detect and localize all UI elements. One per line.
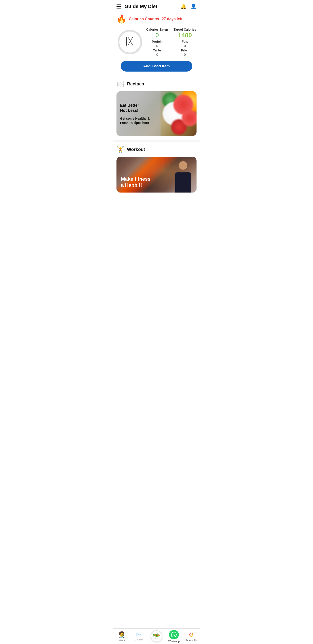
target-calories-label: Target Calories xyxy=(173,28,196,31)
cross-fork-icon xyxy=(125,36,135,48)
target-calories-stat: Target Calories 1400 xyxy=(173,28,196,39)
protein-stat: Protein 0 xyxy=(146,40,169,48)
hamburger-menu[interactable] xyxy=(116,4,122,8)
app-title: Guide My Diet xyxy=(124,4,158,10)
recipe-text-area: Eat Better Not Less! Get some Healthy & … xyxy=(116,91,160,136)
calories-eaten-value: 0 xyxy=(146,32,169,39)
google-icon: G xyxy=(189,631,194,638)
workout-card[interactable]: Make fitness a Habbit! xyxy=(116,157,196,192)
workout-text-line2: a Habbit! xyxy=(121,182,150,188)
carbs-label: Carbs xyxy=(146,48,169,52)
workout-title: Workout xyxy=(127,147,145,152)
add-food-button[interactable]: Add Food Item xyxy=(121,61,192,72)
bottom-nav: 🧑‍⚕️ About ✉️ Contact 🥗 WhatsApp G Revie… xyxy=(113,628,200,644)
nav-whatsapp[interactable]: WhatsApp xyxy=(165,628,183,644)
recipes-title: Recipes xyxy=(127,82,144,86)
recipes-header: 🍽️ Recipes xyxy=(116,80,196,88)
fats-value: 0 xyxy=(173,44,196,48)
recipes-section: 🍽️ Recipes Eat Better Not Less! Get some… xyxy=(113,76,200,136)
fire-icon: 🔥 xyxy=(116,14,126,24)
target-calories-value: 1400 xyxy=(173,32,196,39)
recipes-icon: 🍽️ xyxy=(116,80,124,88)
nav-center-logo[interactable]: 🥗 xyxy=(148,628,165,644)
about-label: About xyxy=(118,639,125,642)
protein-value: 0 xyxy=(146,44,169,48)
whatsapp-label: WhatsApp xyxy=(168,640,180,643)
nav-contact[interactable]: ✉️ Contact xyxy=(130,628,148,644)
nav-about[interactable]: 🧑‍⚕️ About xyxy=(113,628,130,644)
header-icons: 🔔 👤 xyxy=(180,4,196,10)
review-label: Review Us xyxy=(186,639,198,642)
nav-review[interactable]: G Review Us xyxy=(183,628,200,644)
protein-label: Protein xyxy=(146,40,169,44)
stats-grid: Calories Eaten 0 Target Calories 1400 Pr… xyxy=(143,28,196,56)
calories-section: 🔥 Calories Counter: 27 days left xyxy=(113,12,200,76)
calories-eaten-label: Calories Eaten xyxy=(146,28,169,31)
carbs-value: 0 xyxy=(146,52,169,56)
header: Guide My Diet 🔔 👤 xyxy=(113,0,200,12)
fats-label: Fats xyxy=(173,40,196,44)
recipe-subtitle: Get some Healthy & Fresh Recipes here xyxy=(120,116,157,125)
bell-icon[interactable]: 🔔 xyxy=(180,4,186,10)
calories-counter-title: Calories Counter: 27 days left xyxy=(129,17,182,21)
calories-content: Calories Eaten 0 Target Calories 1400 Pr… xyxy=(116,28,196,56)
workout-section: 🏋️ Workout Make fitness a Habbit! xyxy=(113,140,200,192)
calories-header: 🔥 Calories Counter: 27 days left xyxy=(116,14,196,24)
workout-text-line1: Make fitness xyxy=(121,176,150,182)
about-icon: 🧑‍⚕️ xyxy=(118,631,126,638)
contact-icon: ✉️ xyxy=(136,632,142,638)
calorie-circle xyxy=(118,30,142,54)
fats-stat: Fats 0 xyxy=(173,40,196,48)
recipe-tagline: Eat Better Not Less! xyxy=(120,103,157,113)
workout-card-text: Make fitness a Habbit! xyxy=(121,176,150,188)
whatsapp-icon xyxy=(169,630,179,639)
header-left: Guide My Diet xyxy=(116,4,158,10)
profile-icon[interactable]: 👤 xyxy=(190,4,196,10)
fiber-label: Fiber xyxy=(173,48,196,52)
calories-eaten-stat: Calories Eaten 0 xyxy=(146,28,169,39)
calorie-circle-container xyxy=(116,30,143,54)
carbs-stat: Carbs 0 xyxy=(146,48,169,56)
center-logo-icon: 🥗 xyxy=(151,630,162,642)
contact-label: Contact xyxy=(135,638,143,641)
workout-icon: 🏋️ xyxy=(116,146,124,153)
workout-header: 🏋️ Workout xyxy=(116,146,196,153)
fiber-value: 0 xyxy=(173,52,196,56)
fiber-stat: Fiber 0 xyxy=(173,48,196,56)
recipe-card[interactable]: Eat Better Not Less! Get some Healthy & … xyxy=(116,91,196,136)
